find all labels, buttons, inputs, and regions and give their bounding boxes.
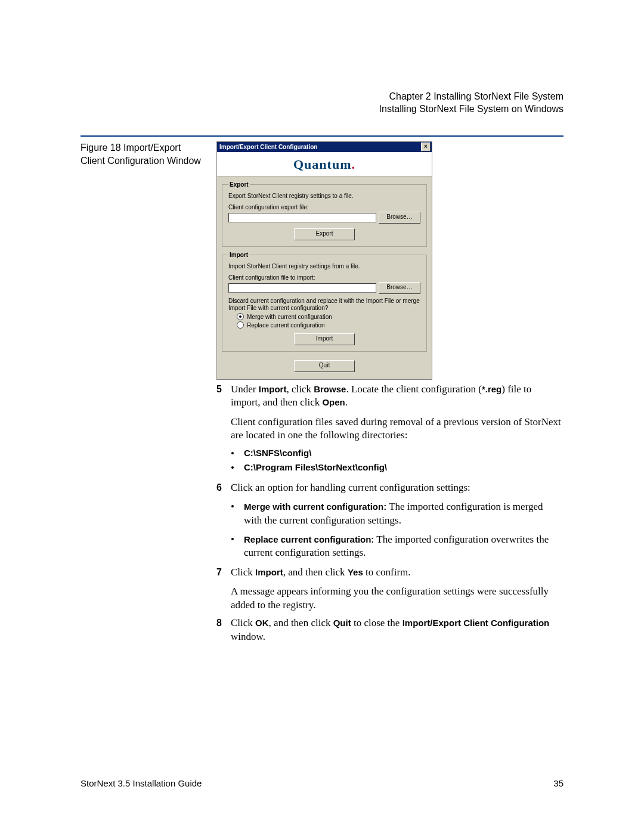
import-group: Import Import StorNext Client registry s…	[222, 252, 427, 352]
step-5: 5 Under Import, click Browse. Locate the…	[216, 383, 562, 410]
footer-left: StorNext 3.5 Installation Guide	[80, 778, 202, 788]
import-file-label: Client configuration file to import:	[228, 274, 420, 281]
step-8: 8 Click OK, and then click Quit to close…	[216, 617, 562, 643]
export-group: Export Export StorNext Client registry s…	[222, 181, 427, 247]
export-file-input[interactable]	[228, 213, 376, 222]
radio-icon	[237, 313, 244, 320]
quit-button[interactable]: Quit	[294, 360, 355, 372]
header-line1: Chapter 2 Installing StorNext File Syste…	[379, 91, 564, 103]
import-file-input[interactable]	[228, 283, 376, 293]
path-2: C:\Program Files\StorNext\config\	[244, 462, 387, 475]
dialog-titlebar: Import/Export Client Configuration ×	[217, 142, 432, 152]
import-desc: Import StorNext Client registry settings…	[228, 263, 420, 270]
radio-icon	[237, 321, 244, 329]
import-export-dialog: Import/Export Client Configuration × Qua…	[216, 141, 432, 380]
step-6: 6 Click an option for handling current c…	[216, 481, 562, 494]
export-desc: Export StorNext Client registry settings…	[228, 193, 420, 199]
body-content: 5 Under Import, click Browse. Locate the…	[216, 383, 562, 649]
radio-merge-label: Merge with current configuration	[247, 314, 332, 320]
export-browse-button[interactable]: Browse…	[379, 212, 420, 224]
radio-replace[interactable]: Replace current configuration	[237, 321, 420, 329]
export-button[interactable]: Export	[294, 228, 355, 240]
import-legend: Import	[228, 252, 249, 258]
close-icon[interactable]: ×	[421, 143, 431, 151]
path-list: •C:\SNFS\config\ •C:\Program Files\StorN…	[231, 447, 562, 475]
page-footer: StorNext 3.5 Installation Guide 35	[80, 778, 564, 788]
brand-logo: Quantum.	[217, 152, 432, 176]
export-file-label: Client configuration export file:	[228, 204, 420, 210]
import-button[interactable]: Import	[294, 333, 355, 345]
radio-replace-label: Replace current configuration	[247, 322, 325, 329]
import-question: Discard current configuration and replac…	[228, 298, 420, 312]
header-line2: Installing StorNext File System on Windo…	[379, 103, 564, 116]
section-rule	[80, 135, 564, 137]
step-7: 7 Click Import, and then click Yes to co…	[216, 566, 562, 579]
step-6-options: • Merge with current configuration: The …	[231, 500, 562, 560]
dialog-title: Import/Export Client Configuration	[219, 144, 317, 150]
path-1: C:\SNFS\config\	[244, 447, 311, 460]
step-7-para2: A message appears informing you the conf…	[231, 585, 562, 612]
footer-page-number: 35	[553, 778, 564, 788]
page-header: Chapter 2 Installing StorNext File Syste…	[379, 91, 564, 116]
radio-merge[interactable]: Merge with current configuration	[237, 313, 420, 320]
import-browse-button[interactable]: Browse…	[379, 282, 420, 294]
figure-caption: Figure 18 Import/Export Client Configura…	[80, 141, 206, 167]
step-5-para2: Client configuration files saved during …	[231, 416, 562, 442]
export-legend: Export	[228, 181, 250, 188]
